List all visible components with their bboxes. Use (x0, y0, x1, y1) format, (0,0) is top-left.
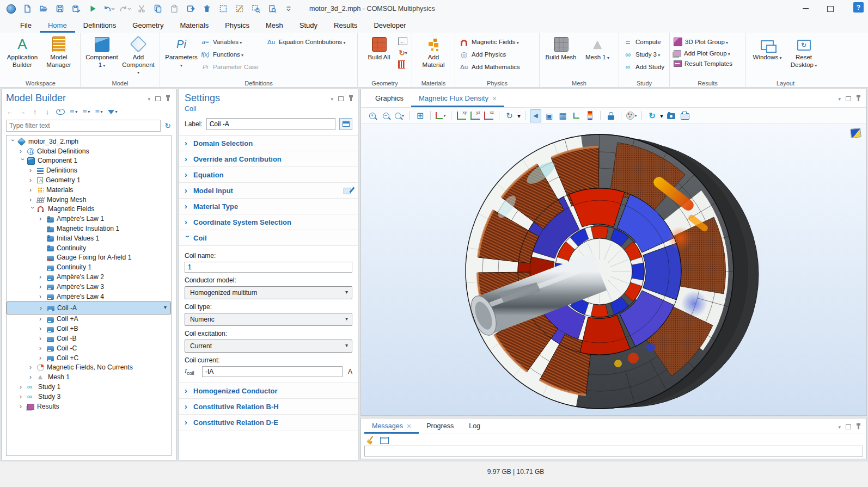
tab-progress[interactable]: Progress (419, 418, 461, 434)
tree-expander-icon[interactable]: › (39, 315, 47, 323)
section-material-type[interactable]: Material Type (179, 199, 358, 214)
ribbon-small-button[interactable]: Result Templates (674, 60, 742, 67)
menu-tab[interactable]: Materials (172, 17, 217, 33)
ribbon-small-button[interactable]: Add Plot Group (674, 50, 742, 57)
menu-tab[interactable]: Definitions (75, 17, 125, 33)
view-xz-icon[interactable] (483, 109, 494, 122)
zoom-out-icon[interactable]: − (380, 109, 392, 122)
graphics-canvas[interactable] (361, 124, 866, 416)
panel-menu-icon[interactable] (331, 95, 333, 102)
open-file-icon[interactable] (37, 2, 50, 15)
model-tree-nodes-icon[interactable]: ▾ (95, 107, 102, 116)
rebuild-icon[interactable] (398, 48, 408, 57)
tree-item[interactable]: › Coil +B (7, 324, 171, 334)
build-mesh-button[interactable]: Build Mesh (543, 34, 578, 61)
float-panel-icon[interactable] (155, 96, 161, 101)
tree-item[interactable]: Continuity (7, 243, 171, 253)
show-icon[interactable] (56, 107, 65, 116)
view-yz-icon[interactable] (469, 109, 481, 122)
section-constitutive-de[interactable]: Constitutive Relation D-E (179, 415, 358, 430)
tree-item[interactable]: › Definitions (7, 165, 171, 175)
tree-expander-icon[interactable]: › (29, 196, 37, 204)
save-icon[interactable] (53, 2, 66, 15)
ribbon-small-button[interactable]: Compute (623, 38, 665, 46)
transparency-icon[interactable] (543, 109, 555, 122)
tree-expander-icon[interactable]: › (40, 304, 47, 312)
zoom-selection-icon[interactable] (249, 2, 262, 15)
move-down-icon[interactable]: ↓ (44, 107, 51, 116)
section-equation[interactable]: Equation (179, 167, 358, 183)
collapse-all-icon[interactable]: ▾ (82, 107, 90, 116)
tree-item[interactable]: › Global Definitions (7, 146, 171, 156)
tab-messages[interactable]: Messages × (364, 418, 419, 434)
insert-sequence-icon[interactable] (398, 38, 407, 45)
refresh-icon[interactable] (164, 121, 172, 131)
add-component-button[interactable]: Add Component (121, 34, 156, 76)
copy-table-icon[interactable] (380, 437, 389, 444)
messages-output-area[interactable] (364, 446, 863, 457)
update-icon[interactable] (646, 109, 658, 122)
tree-item[interactable]: › Moving Mesh (7, 195, 171, 205)
parameters-button[interactable]: Parameters (164, 34, 199, 69)
tree-item[interactable]: Magnetic Insulation 1 (7, 224, 171, 233)
tree-item[interactable]: › Ampère's Law 1 (7, 214, 171, 224)
tree-item[interactable]: Gauge Fixing for A-field 1 (7, 253, 171, 263)
ribbon-small-button[interactable]: Functions (200, 50, 265, 59)
partition-icon[interactable] (398, 60, 405, 69)
undo-icon[interactable] (102, 2, 115, 15)
tab-magnetic-flux-density[interactable]: Magnetic Flux Density × (411, 89, 504, 107)
tab-close-icon[interactable]: × (407, 422, 411, 430)
tree-item[interactable]: › Geometry 1 (7, 175, 171, 185)
panel-menu-icon[interactable] (838, 95, 841, 102)
ribbon-small-button[interactable]: Add Mathematics (459, 63, 535, 71)
tree-item[interactable]: › Coil +A (7, 315, 171, 324)
zoom-extents-icon[interactable] (414, 109, 426, 122)
menu-tab[interactable]: File (12, 17, 40, 33)
menu-tab[interactable]: Study (291, 17, 326, 33)
tree-expander-icon[interactable]: › (39, 273, 47, 281)
zoom-in-icon[interactable]: + (366, 109, 378, 122)
build-all-button[interactable]: Build All (362, 34, 396, 61)
pin-panel-icon[interactable] (349, 95, 353, 102)
rotate-icon[interactable] (504, 109, 515, 122)
deselect-icon[interactable] (233, 2, 246, 15)
tree-expander-icon[interactable]: › (29, 176, 37, 184)
tree-expander-icon[interactable]: › (39, 354, 47, 362)
tree-expander-icon[interactable]: › (39, 283, 47, 291)
tree-expander-icon[interactable]: › (20, 383, 27, 391)
panel-menu-icon[interactable] (148, 95, 150, 102)
axis-orientation-icon[interactable] (571, 109, 582, 122)
section-domain-selection[interactable]: Domain Selection (179, 135, 358, 151)
section-homogenized-conductor[interactable]: Homogenized Conductor (179, 383, 358, 399)
float-panel-icon[interactable] (846, 424, 851, 429)
application-builder-button[interactable]: Application Builder (5, 34, 40, 69)
panel-menu-icon[interactable] (838, 423, 841, 430)
label-input[interactable] (206, 118, 335, 130)
reset-desktop-button[interactable]: Reset Desktop (786, 34, 821, 69)
tree-item[interactable]: › Magnetic Fields, No Currents (7, 363, 171, 373)
windows-button[interactable]: Windows (750, 34, 785, 61)
float-panel-icon[interactable] (846, 96, 851, 101)
tree-item[interactable]: › Results (7, 402, 171, 411)
component-1-button[interactable]: Component 1 (84, 34, 119, 69)
tree-expander-icon[interactable]: › (29, 167, 37, 174)
menu-tab[interactable]: Home (40, 17, 75, 33)
add-material-button[interactable]: Add Material (416, 34, 451, 69)
tree-item[interactable]: › Ampère's Law 4 (7, 292, 171, 301)
conductor-model-select[interactable]: Homogenized multiturn (185, 286, 352, 299)
forward-icon[interactable]: → (19, 107, 26, 116)
pin-panel-icon[interactable] (166, 95, 170, 102)
go-to-view-icon[interactable]: ▾ (435, 109, 447, 122)
duplicate-icon[interactable] (184, 2, 197, 15)
tree-item[interactable]: › Ampère's Law 3 (7, 282, 171, 292)
run-icon[interactable] (86, 2, 99, 15)
menu-tab[interactable]: Results (326, 17, 365, 33)
grid-icon[interactable] (557, 109, 569, 122)
menu-tab[interactable]: Physics (217, 17, 258, 33)
tree-expander-icon[interactable]: › (19, 158, 27, 166)
menu-tab[interactable]: Mesh (258, 17, 291, 33)
tree-item[interactable]: › Coil -A (7, 301, 171, 315)
section-coordinate-system[interactable]: Coordinate System Selection (179, 214, 358, 230)
ribbon-small-button[interactable]: Parameter Case (200, 63, 265, 71)
section-model-input[interactable]: Model Input (179, 183, 358, 199)
